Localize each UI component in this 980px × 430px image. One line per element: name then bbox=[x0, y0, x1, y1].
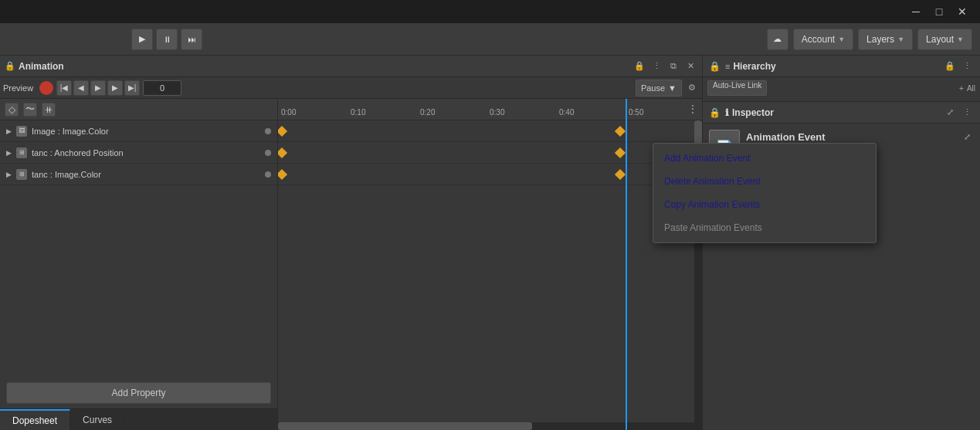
keyframe-diamond[interactable] bbox=[615, 125, 626, 136]
hierarchy-header-icons: 🔒 ⋮ bbox=[943, 59, 974, 73]
track-dot-2 bbox=[265, 171, 271, 178]
dopesheet-tab[interactable]: Dopesheet bbox=[0, 409, 70, 431]
track-item[interactable]: ▶ 🖼 Image : Image.Color bbox=[0, 120, 277, 142]
keyframe-diamond[interactable] bbox=[278, 125, 287, 136]
hierarchy-lock-icon: 🔒 bbox=[709, 61, 721, 72]
ctx-paste-label: Paste Animation Events bbox=[664, 222, 762, 233]
next-frame-btn[interactable]: ▶ bbox=[107, 80, 123, 96]
animation-lock-btn[interactable]: 🔒 bbox=[632, 59, 646, 73]
animation-controls: Preview |◀ ◀ ▶ ▶ ▶| Pause ▼ ⚙ bbox=[0, 77, 702, 99]
kf-row-1 bbox=[278, 142, 702, 164]
animation-close-btn[interactable]: ✕ bbox=[683, 59, 697, 73]
kf-row-0 bbox=[278, 120, 702, 142]
top-toolbar: ▶ ⏸ ⏭ ☁ Account ▼ Layers ▼ Layout ▼ bbox=[0, 23, 980, 56]
animation-lock-icon: 🔒 bbox=[5, 61, 15, 71]
inspector-lock-icon: 🔒 bbox=[709, 107, 721, 118]
time-mark-0: 0:00 bbox=[281, 108, 351, 117]
clip-arrow: ▼ bbox=[668, 83, 677, 93]
bottom-tabs: Dopesheet Curves bbox=[0, 408, 277, 430]
time-mark-1: 0:10 bbox=[351, 108, 420, 117]
time-mark-3: 0:30 bbox=[490, 108, 559, 117]
hierarchy-header: 🔒 ≡ Hierarchy 🔒 ⋮ bbox=[703, 56, 980, 77]
ctx-add-animation-event[interactable]: Add Animation Event bbox=[653, 147, 876, 170]
curve-btn[interactable]: 〜 bbox=[23, 103, 37, 117]
kf-row-2 bbox=[278, 164, 702, 185]
layout-dropdown[interactable]: Layout ▼ bbox=[917, 29, 972, 50]
animation-panel: 🔒 Animation 🔒 ⋮ ⧉ ✕ Preview |◀ ◀ ▶ ▶ ▶| bbox=[0, 56, 703, 430]
auto-live-link-btn[interactable]: Auto-Live Link bbox=[707, 80, 767, 96]
time-mark-2: 0:20 bbox=[420, 108, 490, 117]
hierarchy-panel: 🔒 ≡ Hierarchy 🔒 ⋮ Auto-Live Link + All bbox=[703, 56, 980, 102]
add-property-button[interactable]: Add Property bbox=[6, 382, 271, 404]
timeline-area: ◇ 〜 ⧺ ▶ 🖼 Image : Image.Color ▶ ⊞ bbox=[0, 99, 702, 430]
keyframe-diamond[interactable] bbox=[278, 147, 287, 157]
add-property-label: Add Property bbox=[111, 388, 165, 398]
track-arrow: ▶ bbox=[6, 171, 12, 178]
inspector-more-btn[interactable]: ⋮ bbox=[960, 106, 974, 120]
inspector-expand-btn[interactable]: ⤢ bbox=[943, 106, 957, 120]
minimize-button[interactable]: ─ bbox=[904, 0, 927, 23]
track-item[interactable]: ▶ ⊞ tanc : Anchored Position bbox=[0, 142, 277, 164]
prev-frame-btn[interactable]: ◀ bbox=[73, 80, 89, 96]
add-keyframe-btn[interactable]: ◇ bbox=[5, 103, 19, 117]
layers-dropdown[interactable]: Layers ▼ bbox=[858, 29, 913, 50]
hierarchy-lock-btn[interactable]: 🔒 bbox=[943, 59, 957, 73]
horizontal-scrollbar-thumb[interactable] bbox=[278, 422, 532, 430]
hierarchy-hash-icon: ≡ bbox=[725, 62, 730, 71]
maximize-button[interactable]: □ bbox=[927, 0, 951, 23]
track-dot-0 bbox=[265, 128, 271, 134]
context-menu: Add Animation Event Delete Animation Eve… bbox=[653, 143, 877, 243]
clip-dropdown[interactable]: Pause ▼ bbox=[636, 80, 682, 96]
split-btn[interactable]: ⧺ bbox=[42, 103, 56, 117]
ctx-delete-animation-event[interactable]: Delete Animation Event bbox=[653, 170, 876, 193]
pause-button[interactable]: ⏸ bbox=[156, 29, 178, 50]
curves-tab[interactable]: Curves bbox=[70, 409, 125, 431]
horizontal-scrollbar[interactable] bbox=[278, 422, 702, 430]
anim-playback: |◀ ◀ ▶ ▶ ▶| bbox=[56, 80, 140, 96]
account-dropdown[interactable]: Account ▼ bbox=[793, 29, 853, 50]
keyframe-diamond[interactable] bbox=[615, 168, 626, 179]
hierarchy-right-tools: + All bbox=[959, 84, 975, 93]
account-label: Account bbox=[802, 34, 835, 45]
close-button[interactable]: ✕ bbox=[951, 0, 974, 23]
inspector-item-title: Animation Event bbox=[746, 131, 826, 143]
ctx-add-label: Add Animation Event bbox=[664, 153, 750, 164]
hierarchy-more-btn[interactable]: ⋮ bbox=[960, 59, 974, 73]
animation-window-btn[interactable]: ⧉ bbox=[666, 59, 680, 73]
hierarchy-title: ≡ Hierarchy bbox=[725, 61, 776, 72]
inspector-item-header: Animation Event ⤢ bbox=[746, 130, 974, 144]
step-button[interactable]: ⏭ bbox=[181, 29, 202, 50]
timeline-header-left: ◇ 〜 ⧺ bbox=[0, 99, 277, 120]
ruler-more-btn[interactable]: ⋮ bbox=[687, 103, 699, 115]
record-button[interactable] bbox=[39, 81, 53, 95]
keyframes-panel: 0:00 0:10 0:20 0:30 0:40 0:50 ⋮ bbox=[278, 99, 702, 430]
keyframe-diamond[interactable] bbox=[615, 147, 626, 157]
track-label-0: Image : Image.Color bbox=[32, 127, 260, 136]
track-arrow: ▶ bbox=[6, 149, 12, 157]
inspector-item-expand-icon[interactable]: ⤢ bbox=[960, 130, 974, 144]
keyframe-diamond[interactable] bbox=[278, 168, 287, 179]
animation-panel-header: 🔒 Animation 🔒 ⋮ ⧉ ✕ bbox=[0, 56, 702, 77]
inspector-label: Inspector bbox=[732, 107, 774, 118]
animation-settings-btn[interactable]: ⚙ bbox=[685, 81, 699, 95]
cloud-icon[interactable]: ☁ bbox=[767, 29, 788, 50]
time-mark-4: 0:40 bbox=[559, 108, 629, 117]
hierarchy-toolbar: Auto-Live Link + All bbox=[703, 77, 980, 99]
playback-controls: ▶ ⏸ ⏭ bbox=[131, 29, 202, 50]
frame-input[interactable] bbox=[143, 80, 181, 96]
layout-dropdown-arrow: ▼ bbox=[957, 36, 964, 43]
ctx-copy-animation-events[interactable]: Copy Animation Events bbox=[653, 193, 876, 216]
track-item[interactable]: ▶ ⊞ tanc : Image.Color bbox=[0, 164, 277, 185]
clip-label: Pause bbox=[641, 83, 665, 93]
prev-start-btn[interactable]: |◀ bbox=[56, 80, 72, 96]
ctx-copy-label: Copy Animation Events bbox=[664, 199, 760, 210]
top-right-controls: ☁ Account ▼ Layers ▼ Layout ▼ bbox=[767, 29, 972, 50]
ctx-delete-label: Delete Animation Event bbox=[664, 176, 761, 187]
next-end-btn[interactable]: ▶| bbox=[124, 80, 140, 96]
inspector-item-info: Animation Event ⤢ bbox=[746, 130, 974, 144]
play-btn[interactable]: ▶ bbox=[90, 80, 106, 96]
layout-label: Layout bbox=[926, 34, 954, 45]
playhead[interactable] bbox=[626, 99, 627, 430]
animation-more-btn[interactable]: ⋮ bbox=[649, 59, 663, 73]
play-button[interactable]: ▶ bbox=[131, 29, 153, 50]
